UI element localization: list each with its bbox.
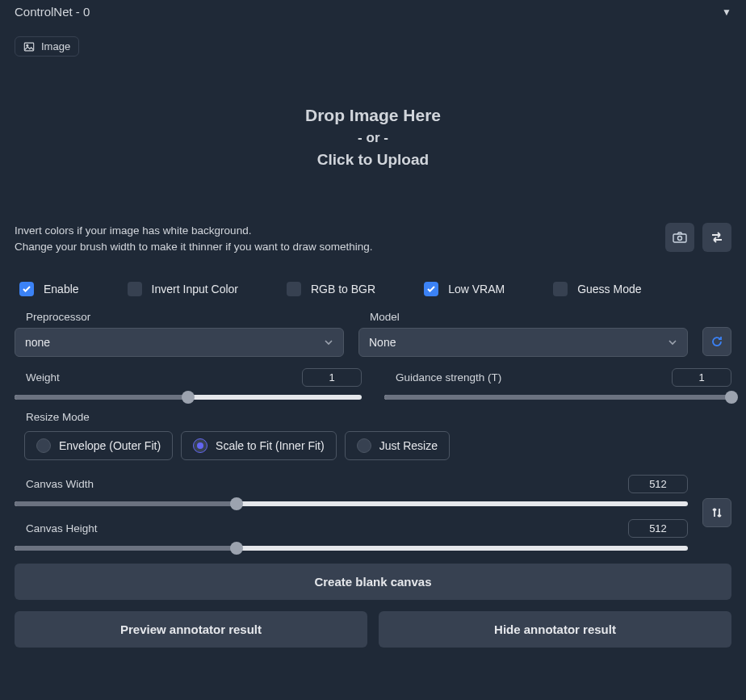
camera-button[interactable]	[665, 223, 694, 252]
rgb-to-bgr-checkbox[interactable]: RGB to BGR	[287, 282, 375, 296]
svg-point-3	[678, 237, 682, 241]
canvas-width-label: Canvas Width	[26, 478, 94, 490]
dropzone-text-1: Drop Image Here	[305, 106, 441, 125]
refresh-icon	[710, 335, 723, 348]
canvas-width-slider[interactable]	[15, 501, 688, 506]
weight-slider[interactable]	[15, 395, 362, 400]
resize-scale-radio[interactable]: Scale to Fit (Inner Fit)	[181, 431, 337, 460]
resize-envelope-radio[interactable]: Envelope (Outer Fit)	[24, 431, 173, 460]
model-select[interactable]: None	[358, 328, 688, 357]
svg-point-1	[27, 44, 28, 46]
canvas-width-value[interactable]: 512	[628, 475, 688, 493]
model-label: Model	[370, 311, 688, 323]
preprocessor-select[interactable]: none	[15, 328, 344, 357]
image-icon	[23, 41, 35, 52]
guess-mode-checkbox[interactable]: Guess Mode	[553, 282, 641, 296]
swap-vertical-icon	[710, 506, 723, 519]
guidance-value[interactable]: 1	[672, 368, 731, 387]
hint-text: Invert colors if your image has white ba…	[15, 223, 372, 256]
image-dropzone[interactable]: Drop Image Here - or - Click to Upload	[15, 57, 731, 218]
check-icon	[22, 284, 31, 294]
preprocessor-label: Preprocessor	[26, 311, 344, 323]
guidance-label: Guidance strength (T)	[396, 371, 501, 384]
swap-dimensions-button[interactable]	[702, 498, 731, 527]
panel-title: ControlNet - 0	[15, 5, 90, 19]
canvas-height-value[interactable]: 512	[628, 519, 688, 538]
svg-rect-2	[673, 234, 686, 242]
resize-mode-label: Resize Mode	[26, 411, 731, 423]
tab-image[interactable]: Image	[15, 36, 79, 57]
camera-icon	[673, 232, 687, 243]
weight-value[interactable]: 1	[302, 368, 362, 387]
dropzone-text-3: Click to Upload	[317, 151, 429, 169]
preview-annotator-button[interactable]: Preview annotator result	[15, 611, 367, 648]
swap-horizontal-button[interactable]	[702, 223, 731, 252]
canvas-height-label: Canvas Height	[26, 522, 98, 534]
dropzone-text-2: - or -	[358, 130, 388, 146]
collapse-toggle[interactable]: ▼	[722, 6, 731, 18]
hide-annotator-button[interactable]: Hide annotator result	[379, 611, 731, 648]
guidance-slider[interactable]	[384, 395, 731, 400]
svg-rect-0	[24, 43, 33, 51]
resize-just-radio[interactable]: Just Resize	[345, 431, 450, 460]
refresh-model-button[interactable]	[702, 327, 731, 356]
tab-label: Image	[41, 40, 70, 52]
swap-horizontal-icon	[710, 232, 724, 243]
low-vram-checkbox[interactable]: Low VRAM	[424, 282, 505, 296]
check-icon	[426, 284, 436, 294]
create-blank-canvas-button[interactable]: Create blank canvas	[15, 564, 731, 600]
invert-input-color-checkbox[interactable]: Invert Input Color	[128, 282, 238, 296]
chevron-down-icon	[324, 339, 333, 346]
weight-label: Weight	[26, 371, 60, 384]
canvas-height-slider[interactable]	[15, 546, 688, 551]
chevron-down-icon	[668, 339, 677, 346]
enable-checkbox[interactable]: Enable	[19, 282, 79, 296]
